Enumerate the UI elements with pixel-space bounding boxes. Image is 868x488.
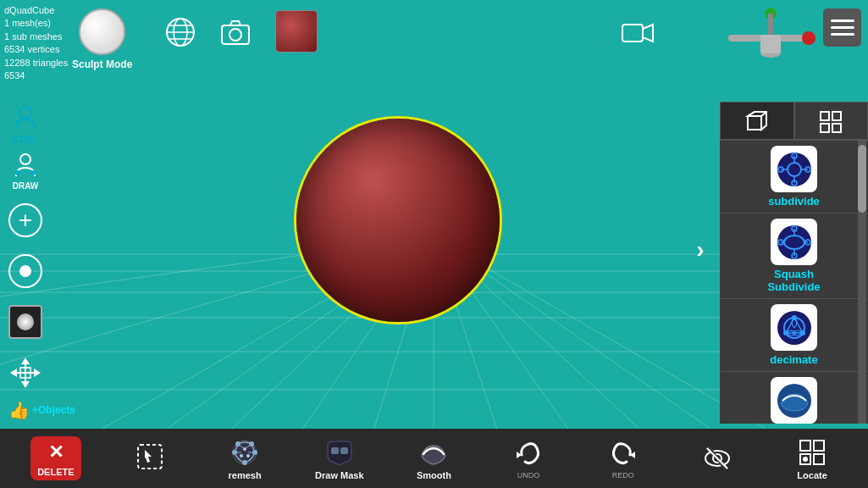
- svg-rect-104: [800, 441, 810, 451]
- decimate-label: decimate: [770, 353, 817, 366]
- decimate-tool[interactable]: decimate: [720, 299, 868, 372]
- svg-rect-105: [814, 441, 824, 451]
- svg-point-88: [242, 460, 247, 465]
- remesh-icon: [229, 436, 261, 469]
- smooth-tool[interactable]: smooth: [720, 372, 868, 424]
- svg-point-35: [19, 107, 31, 119]
- locate-label: Locate: [797, 470, 827, 480]
- svg-rect-34: [760, 35, 781, 53]
- add-objects-label: +Objects: [32, 404, 75, 416]
- redo-button[interactable]: REDO: [598, 437, 649, 480]
- subdivide-icon: [771, 146, 817, 192]
- draw-mask-icon: [323, 436, 356, 469]
- svg-point-32: [802, 31, 815, 45]
- smooth-bottom-label: Smooth: [417, 470, 451, 480]
- add-objects-button[interactable]: 👍 +Objects: [4, 396, 80, 424]
- brush-tool[interactable]: [4, 301, 47, 343]
- svg-point-96: [246, 454, 250, 458]
- bottom-toolbar: ✕ DELETE: [0, 429, 868, 488]
- svg-point-94: [243, 447, 246, 451]
- redo-label: REDO: [612, 471, 634, 480]
- viewport: .grid-line { stroke: rgba(255,255,255,0.…: [0, 0, 868, 488]
- svg-rect-53: [832, 112, 841, 120]
- squash-subdivide-tool[interactable]: SquashSubdivide: [720, 214, 868, 299]
- scrollbar-track: [858, 141, 866, 424]
- sculpt-mode-button[interactable]: Sculpt Mode: [72, 8, 132, 70]
- globe-icon[interactable]: [161, 13, 199, 51]
- undo-label: UNDO: [517, 471, 540, 480]
- redo-icon: [607, 437, 639, 469]
- svg-point-108: [803, 457, 808, 462]
- nav-arrow-right[interactable]: ›: [683, 229, 717, 271]
- subdivide-label: subdivide: [768, 195, 820, 208]
- add-tool[interactable]: +: [4, 199, 47, 241]
- camera-icon[interactable]: [216, 13, 254, 51]
- locate-icon: [796, 436, 828, 469]
- hamburger-menu-button[interactable]: [823, 8, 861, 47]
- mesh-info: dQuadCube 1 mesh(es) 1 sub meshes 6534 v…: [4, 4, 68, 82]
- panel-tab-bar: [720, 102, 868, 141]
- delete-button[interactable]: ✕ DELETE: [30, 436, 81, 480]
- svg-rect-55: [832, 124, 841, 132]
- draw-tool[interactable]: DRAW: [4, 148, 47, 191]
- hide-icon: [701, 442, 733, 474]
- svg-rect-54: [821, 124, 829, 132]
- undo-icon: [512, 437, 545, 469]
- draw-mask-button[interactable]: Draw Mask: [314, 436, 365, 480]
- svg-marker-42: [21, 358, 30, 364]
- svg-point-37: [20, 154, 30, 164]
- add-icon: +: [8, 203, 42, 237]
- remesh-button[interactable]: remesh: [219, 436, 270, 480]
- hamburger-line-2: [831, 26, 854, 29]
- delete-label: DELETE: [37, 467, 74, 477]
- svg-rect-107: [814, 454, 824, 464]
- svg-marker-28: [643, 25, 653, 42]
- hamburger-line-3: [831, 33, 854, 36]
- tab-grid-view[interactable]: [794, 102, 869, 140]
- svg-point-39: [30, 170, 36, 175]
- scrollbar-thumb[interactable]: [858, 145, 866, 213]
- decimate-icon: [771, 304, 817, 351]
- svg-rect-30: [768, 14, 773, 35]
- sculpt-mode-icon: [79, 8, 125, 55]
- svg-point-95: [240, 454, 243, 458]
- draw-label: DRAW: [13, 181, 39, 191]
- svg-rect-27: [622, 25, 643, 42]
- 3d-sphere: [296, 119, 500, 322]
- svg-rect-47: [748, 116, 761, 130]
- svg-marker-44: [10, 369, 17, 377]
- stm-icon[interactable]: STM: [4, 102, 47, 152]
- svg-point-26: [229, 29, 241, 41]
- svg-marker-43: [21, 381, 30, 388]
- sphere-preview[interactable]: [275, 10, 318, 53]
- hamburger-line-1: [831, 19, 854, 22]
- squash-subdivide-label: SquashSubdivide: [767, 268, 820, 293]
- smooth-bottom-icon: [417, 436, 450, 469]
- squash-subdivide-icon: [771, 219, 817, 265]
- draw-mask-label: Draw Mask: [315, 470, 363, 480]
- panel-tools-list: subdivide: [720, 141, 868, 424]
- record-icon[interactable]: [618, 15, 656, 53]
- svg-rect-52: [821, 112, 829, 120]
- sculpt-mode-label: Sculpt Mode: [72, 58, 132, 70]
- svg-point-38: [15, 170, 20, 175]
- smooth-icon: [771, 377, 817, 424]
- svg-text:STM: STM: [12, 134, 33, 146]
- thumbs-up-icon: 👍: [8, 400, 30, 420]
- undo-button[interactable]: UNDO: [503, 437, 554, 480]
- locate-button[interactable]: Locate: [787, 436, 838, 480]
- left-toolbar: DRAW +: [4, 148, 47, 394]
- dot-icon: [8, 254, 42, 288]
- dot-tool[interactable]: [4, 250, 47, 292]
- tab-cube-view[interactable]: [720, 102, 794, 140]
- cursor-icon: [134, 442, 166, 474]
- subdivide-tool[interactable]: subdivide: [720, 141, 868, 214]
- gizmo[interactable]: [711, 7, 821, 66]
- cursor-tool[interactable]: [124, 442, 175, 474]
- hide-toggle-button[interactable]: [692, 442, 743, 474]
- smooth-bottom-button[interactable]: Smooth: [408, 436, 459, 480]
- right-panel: subdivide: [720, 102, 868, 424]
- move-tool[interactable]: [4, 352, 47, 394]
- svg-marker-45: [34, 369, 41, 377]
- remesh-label: remesh: [229, 470, 262, 480]
